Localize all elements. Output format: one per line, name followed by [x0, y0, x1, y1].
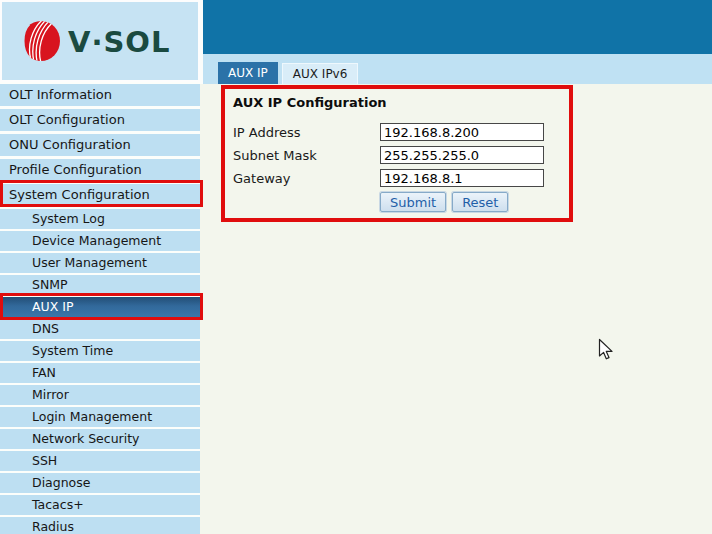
brand-name: V·SOL: [68, 25, 170, 59]
gateway-label: Gateway: [233, 171, 380, 186]
tab-aux-ip[interactable]: AUX IP: [218, 62, 278, 84]
subnet-mask-row: Subnet Mask: [233, 146, 561, 164]
vsol-logo-icon: [20, 18, 62, 64]
sidebar-item-diagnose[interactable]: Diagnose: [0, 473, 200, 493]
sidebar-item-system-time[interactable]: System Time: [0, 341, 200, 361]
header-bar: [200, 0, 712, 54]
gateway-input[interactable]: [380, 169, 544, 187]
tab-strip: AUX IP AUX IPv6: [200, 54, 712, 84]
sidebar-item-login-management[interactable]: Login Management: [0, 407, 200, 427]
aux-ip-form: AUX IP Configuration IP Address Subnet M…: [221, 85, 573, 222]
sidebar-item-network-security[interactable]: Network Security: [0, 429, 200, 449]
ip-address-label: IP Address: [233, 125, 380, 140]
sidebar-item-fan[interactable]: FAN: [0, 363, 200, 383]
sidebar-item-device-management[interactable]: Device Management: [0, 231, 200, 251]
ip-address-input[interactable]: [380, 123, 544, 141]
sidebar-item-dns[interactable]: DNS: [0, 319, 200, 339]
sidebar-item-aux-ip[interactable]: AUX IP: [0, 297, 200, 317]
content-area: AUX IP Configuration IP Address Subnet M…: [200, 84, 712, 534]
tab-aux-ipv6[interactable]: AUX IPv6: [282, 63, 359, 84]
brand-logo: V·SOL: [0, 0, 200, 82]
form-buttons: Submit Reset: [380, 192, 561, 212]
sidebar-item-olt-information[interactable]: OLT Information: [0, 84, 200, 106]
sidebar-item-radius[interactable]: Radius: [0, 517, 200, 534]
sidebar-item-ssh[interactable]: SSH: [0, 451, 200, 471]
form-title: AUX IP Configuration: [233, 95, 561, 110]
reset-button[interactable]: Reset: [452, 192, 508, 212]
sidebar-item-system-log[interactable]: System Log: [0, 209, 200, 229]
sidebar-item-olt-configuration[interactable]: OLT Configuration: [0, 109, 200, 131]
ip-address-row: IP Address: [233, 123, 561, 141]
sidebar-item-onu-configuration[interactable]: ONU Configuration: [0, 134, 200, 156]
submit-button[interactable]: Submit: [380, 192, 446, 212]
sidebar-item-system-configuration[interactable]: System Configuration: [0, 184, 200, 206]
sidebar-item-mirror[interactable]: Mirror: [0, 385, 200, 405]
sidebar-item-snmp[interactable]: SNMP: [0, 275, 200, 295]
subnet-mask-input[interactable]: [380, 146, 544, 164]
sidebar-menu: OLT InformationOLT ConfigurationONU Conf…: [0, 84, 200, 534]
gateway-row: Gateway: [233, 169, 561, 187]
sidebar: V·SOL OLT InformationOLT ConfigurationON…: [0, 0, 200, 534]
subnet-mask-label: Subnet Mask: [233, 148, 380, 163]
sidebar-item-profile-configuration[interactable]: Profile Configuration: [0, 159, 200, 181]
vsol-olt-web-ui: V·SOL OLT InformationOLT ConfigurationON…: [0, 0, 712, 534]
sidebar-item-user-management[interactable]: User Management: [0, 253, 200, 273]
sidebar-item-tacacs[interactable]: Tacacs+: [0, 495, 200, 515]
